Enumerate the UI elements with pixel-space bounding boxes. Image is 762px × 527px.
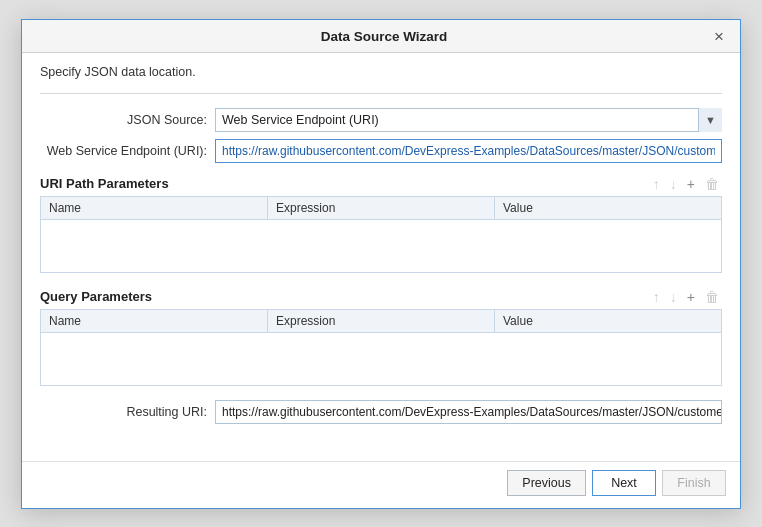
divider [40, 93, 722, 94]
resulting-uri-value: https://raw.githubusercontent.com/DevExp… [215, 400, 722, 424]
uri-params-add-button[interactable]: + [684, 176, 698, 192]
resulting-uri-label: Resulting URI: [40, 405, 215, 419]
previous-button[interactable]: Previous [507, 470, 586, 496]
query-params-table: Name Expression Value [40, 309, 722, 386]
finish-button[interactable]: Finish [662, 470, 726, 496]
uri-params-col-name: Name [41, 197, 268, 219]
web-service-input[interactable] [215, 139, 722, 163]
uri-params-col-value: Value [495, 197, 721, 219]
web-service-label: Web Service Endpoint (URI): [40, 144, 215, 158]
uri-params-actions: ↑ ↓ + 🗑 [650, 176, 722, 192]
uri-params-table-body [41, 220, 721, 272]
uri-params-header: URI Path Parameters ↑ ↓ + 🗑 [40, 176, 722, 192]
query-params-up-button[interactable]: ↑ [650, 289, 663, 305]
close-button[interactable]: × [712, 28, 726, 45]
uri-params-table-header: Name Expression Value [41, 197, 721, 220]
dialog-body: Specify JSON data location. JSON Source:… [22, 53, 740, 461]
json-source-control: Web Service Endpoint (URI) ▼ [215, 108, 722, 132]
web-service-control [215, 139, 722, 163]
dialog-title-bar: Data Source Wizard × [22, 20, 740, 53]
query-params-delete-button[interactable]: 🗑 [702, 289, 722, 305]
query-params-header: Query Parameters ↑ ↓ + 🗑 [40, 289, 722, 305]
uri-params-up-button[interactable]: ↑ [650, 176, 663, 192]
dialog-title: Data Source Wizard [56, 29, 712, 44]
query-params-col-value: Value [495, 310, 721, 332]
json-source-row: JSON Source: Web Service Endpoint (URI) … [40, 108, 722, 132]
dialog-footer: Previous Next Finish [22, 461, 740, 508]
query-params-actions: ↑ ↓ + 🗑 [650, 289, 722, 305]
json-source-select[interactable]: Web Service Endpoint (URI) [215, 108, 722, 132]
query-params-down-button[interactable]: ↓ [667, 289, 680, 305]
web-service-row: Web Service Endpoint (URI): [40, 139, 722, 163]
query-params-add-button[interactable]: + [684, 289, 698, 305]
uri-params-title: URI Path Parameters [40, 176, 169, 191]
query-params-table-header: Name Expression Value [41, 310, 721, 333]
query-params-col-name: Name [41, 310, 268, 332]
uri-params-table: Name Expression Value [40, 196, 722, 273]
uri-params-down-button[interactable]: ↓ [667, 176, 680, 192]
resulting-uri-row: Resulting URI: https://raw.githubusercon… [40, 400, 722, 424]
data-source-wizard-dialog: Data Source Wizard × Specify JSON data l… [21, 19, 741, 509]
next-button[interactable]: Next [592, 470, 656, 496]
query-params-table-body [41, 333, 721, 385]
uri-params-col-expression: Expression [268, 197, 495, 219]
query-params-col-expression: Expression [268, 310, 495, 332]
json-source-label: JSON Source: [40, 113, 215, 127]
dialog-subtitle: Specify JSON data location. [40, 65, 722, 79]
uri-params-delete-button[interactable]: 🗑 [702, 176, 722, 192]
query-params-title: Query Parameters [40, 289, 152, 304]
